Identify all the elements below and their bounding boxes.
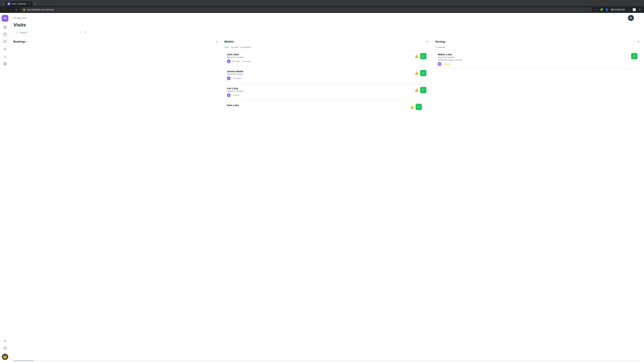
bell-button[interactable]: 🔔 <box>414 70 419 76</box>
search-input[interactable] <box>20 31 78 34</box>
sidebar-item-messages[interactable] <box>2 38 8 45</box>
search-bar <box>10 30 644 38</box>
bookings-title[interactable]: Bookings › <box>14 40 28 43</box>
sidebar-avatar[interactable]: 🐸 <box>2 354 8 360</box>
search-icon <box>16 31 18 34</box>
waitlist-header: Waitlist › + <box>224 38 430 46</box>
top-bar: Moodjoy7434 M ⋮ <box>10 13 644 21</box>
user-avatar[interactable]: M <box>628 15 634 21</box>
card-info-john-dale: John Dale Waited 57 minutes M 31m ago Pr… <box>227 53 413 63</box>
bell-button[interactable]: 🔔 <box>414 87 419 92</box>
serving-add-button[interactable]: + <box>636 39 641 44</box>
columns: Bookings › + Waitlist › + <box>10 38 644 360</box>
check-button[interactable]: ✓ <box>420 53 426 59</box>
card-info-walter: Walter Luke Served 27 minutes · Serve ti… <box>438 53 630 66</box>
card-actions: 🔔 ✓ <box>414 70 426 76</box>
address-text: new.waitwhile.com/calendar <box>27 8 54 11</box>
check-button[interactable]: ✓ <box>631 53 638 59</box>
bookings-add-button[interactable]: + <box>214 39 219 44</box>
main-content: Moodjoy7434 M ⋮ Visits <box>10 13 644 362</box>
sidebar-item-settings[interactable] <box>2 60 8 67</box>
waitlist-add-button[interactable]: + <box>425 39 430 44</box>
sidebar-logo[interactable]: M <box>2 15 8 22</box>
minimize-button[interactable]: — <box>626 7 631 12</box>
filter-button[interactable] <box>82 30 88 35</box>
svg-point-12 <box>16 31 18 33</box>
page-title: Visits <box>14 22 641 28</box>
search-input-wrap[interactable] <box>14 30 80 35</box>
bookings-column: Bookings › + <box>14 38 222 360</box>
bookmark-button[interactable]: ☆ <box>594 7 598 12</box>
customers-icon <box>3 47 7 51</box>
card-name: Walter Luke <box>438 53 630 56</box>
card-meta: M Delayed <box>438 62 630 66</box>
incognito-badge: 🕵 Incognito (2) <box>610 8 626 11</box>
bell-button[interactable]: 🔔 <box>414 54 419 59</box>
waitlist-card-john-dale: John Dale Waited 57 minutes M 31m ago Pr… <box>224 50 429 66</box>
active-tab[interactable]: M Visits | Waitwhile ✕ <box>6 1 32 6</box>
serving-title[interactable]: Serving › <box>435 40 447 43</box>
card-info-jemina: Jemina Madie Waited 49 minutes M Priorit… <box>227 70 413 80</box>
sidebar-item-customers[interactable] <box>2 46 8 52</box>
svg-point-9 <box>4 341 5 341</box>
sidebar-item-calendar[interactable] <box>2 31 8 38</box>
more-options-button[interactable]: ⋮ <box>636 15 641 21</box>
reload-button[interactable]: ↻ <box>14 7 19 12</box>
svg-line-13 <box>18 33 18 33</box>
extensions-button[interactable]: 🧩 <box>599 7 604 12</box>
restore-button[interactable]: ⬜ <box>632 7 636 12</box>
app: M <box>0 13 644 362</box>
card-served: Served 27 minutes · <box>438 56 630 58</box>
card-actions: 🔔 ✓ ⌄ <box>410 104 426 110</box>
tab-close-button[interactable]: ✕ <box>28 2 30 5</box>
check-button[interactable]: ✓ <box>420 70 426 76</box>
card-name: Sam Luke <box>227 104 408 107</box>
check-button[interactable]: ✓ <box>420 87 426 93</box>
new-tab-button[interactable]: + <box>33 1 38 6</box>
sidebar-item-home[interactable] <box>2 24 8 30</box>
waitlist-card-lee-long: Lee Long Waited 32 minutes M Arrived 🔔 ✓ <box>224 84 429 99</box>
horizontal-scrollbar[interactable] <box>14 360 641 361</box>
address-input[interactable]: 🔒 new.waitwhile.com/calendar <box>20 7 592 12</box>
tab-switcher[interactable]: ‹ <box>1 2 5 6</box>
sidebar-item-integrations[interactable] <box>2 338 8 344</box>
card-actions: 🔔 ✓ <box>414 87 426 93</box>
card-badge-prioritized: Prioritized <box>232 77 243 80</box>
profile-button[interactable]: 👤 <box>604 7 609 12</box>
close-window-button[interactable]: ✕ <box>637 7 642 12</box>
card-actions: 🔔 ✓ <box>414 53 426 59</box>
bookings-cards <box>14 46 219 360</box>
serving-cards: Walter Luke Served 27 minutes · Serve ti… <box>435 50 641 360</box>
svg-point-4 <box>4 48 6 49</box>
bookings-chevron: › <box>27 40 28 43</box>
card-avatar: M <box>438 62 442 66</box>
card-name: John Dale <box>227 53 413 56</box>
waitlist-status: Open · 1m wait · 4 customers <box>224 46 430 50</box>
card-info-lee: Lee Long Waited 32 minutes M Arrived <box>227 87 413 97</box>
waitlist-title[interactable]: Waitlist › <box>224 40 236 43</box>
card-avatar: M <box>227 76 230 80</box>
card-name: Lee Long <box>227 87 413 90</box>
card-info-sam: Sam Luke <box>227 104 408 107</box>
filter-icon <box>84 31 86 34</box>
org-name: Moodjoy7434 <box>14 17 26 19</box>
toolbar-icons: ☆ 🧩 👤 🕵 Incognito (2) — ⬜ ✕ <box>594 7 642 12</box>
forward-button[interactable]: → <box>8 7 13 12</box>
bell-button[interactable]: 🔔 <box>410 104 414 109</box>
bookings-header: Bookings › + <box>14 38 219 46</box>
waitlist-column: Waitlist › + Open · 1m wait · 4 customer… <box>224 38 433 360</box>
browser-chrome: ‹ M Visits | Waitwhile ✕ + ← → ↻ 🔒 new.w… <box>0 0 644 13</box>
waitlist-status-detail: · 1m wait · 4 customers <box>230 46 250 48</box>
messages-icon <box>3 40 7 43</box>
settings-icon <box>3 62 7 65</box>
page-header: Visits <box>10 21 644 30</box>
serving-chevron: › <box>446 40 447 43</box>
sidebar-item-help[interactable] <box>2 345 8 352</box>
back-button[interactable]: ← <box>2 7 7 12</box>
check-button[interactable]: ✓ <box>416 104 422 110</box>
top-bar-right: M ⋮ <box>628 15 641 21</box>
card-meta: M Prioritized <box>227 76 413 80</box>
svg-point-8 <box>4 63 5 64</box>
expand-button[interactable]: ⌄ <box>423 105 426 109</box>
sidebar-item-analytics[interactable] <box>2 53 8 60</box>
